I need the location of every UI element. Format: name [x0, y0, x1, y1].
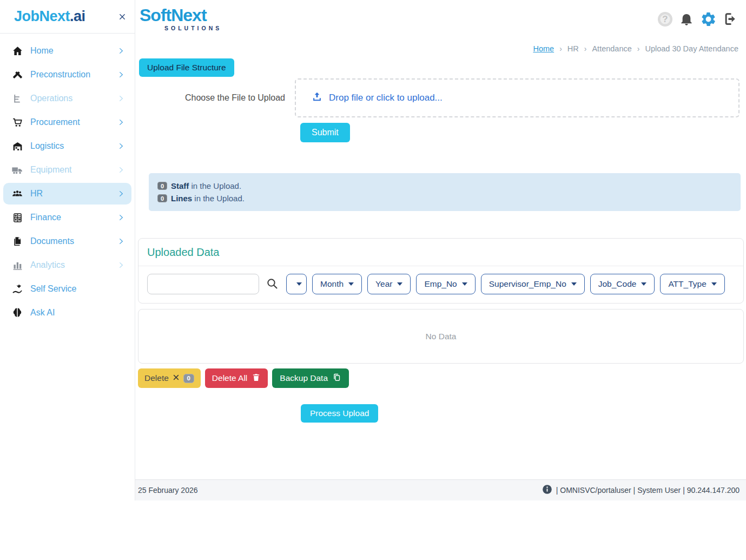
jobnext-logo-suffix: .ai: [70, 8, 85, 24]
chevron-right-icon: [117, 238, 125, 245]
jobnext-logo[interactable]: JobNext.ai: [14, 8, 85, 25]
sidebar-item-self-service[interactable]: Self Service: [3, 278, 131, 300]
chevron-right-icon: [117, 190, 125, 197]
sidebar-item-label: Preconstruction: [30, 70, 90, 80]
caret-down-icon: [462, 282, 467, 286]
logistics-icon: [11, 140, 24, 153]
self-service-icon: [11, 282, 24, 295]
sidebar-item-label: Analytics: [30, 260, 65, 270]
main-area: SoftNext SOLUTIONS ? Home: [135, 0, 746, 500]
submit-button[interactable]: Submit: [300, 123, 350, 142]
file-dropzone[interactable]: Drop file or click to upload...: [295, 78, 740, 117]
chevron-right-icon: [117, 95, 125, 102]
table-actions-row: Delete 0 Delete All Backup Data: [138, 368, 744, 388]
staff-count-text: in the Upload.: [189, 181, 241, 190]
footer: 25 February 2026 | OMNISVC/portaluser | …: [135, 479, 746, 500]
sidebar-item-equipment[interactable]: Equipment: [3, 159, 131, 181]
sidebar-item-operations[interactable]: Operations: [3, 88, 131, 109]
notifications-icon[interactable]: [678, 10, 695, 28]
upload-file-structure-button[interactable]: Upload File Structure: [139, 58, 234, 77]
filter-dropdown-emp-no[interactable]: Emp_No: [416, 274, 475, 294]
chevron-right-icon: [117, 261, 125, 269]
copy-icon: [332, 373, 341, 384]
caret-down-icon: [641, 282, 646, 286]
chevron-right-icon: [117, 71, 125, 78]
documents-icon: [11, 235, 24, 248]
caret-down-icon: [711, 282, 717, 286]
procurement-icon: [11, 116, 24, 129]
filter-dropdown-att-type[interactable]: ATT_Type: [660, 274, 724, 294]
help-icon[interactable]: ?: [656, 10, 674, 28]
settings-icon[interactable]: [699, 10, 717, 28]
breadcrumb-current-page: Upload 30 Day Attendance: [645, 44, 738, 53]
sidebar-header: JobNext.ai: [0, 0, 135, 34]
footer-session-text: | OMNISVC/portaluser | System User | 90.…: [556, 486, 740, 495]
sidebar-close-icon[interactable]: [118, 13, 126, 21]
file-upload-label: Choose the File to Upload: [138, 93, 295, 103]
filter-dropdown-month[interactable]: Month: [312, 274, 362, 294]
delete-button[interactable]: Delete 0: [138, 368, 201, 388]
breadcrumb-separator: ›: [584, 44, 587, 53]
search-button[interactable]: [266, 277, 279, 292]
upload-icon: [311, 91, 323, 105]
caret-down-icon: [296, 282, 302, 286]
equipment-icon: [11, 163, 24, 176]
sidebar-item-label: Equipment: [30, 165, 72, 175]
filter-dropdown-job-code[interactable]: Job_Code: [590, 274, 655, 294]
file-upload-row: Choose the File to Upload Drop file or c…: [138, 78, 744, 117]
sidebar-item-label: Logistics: [30, 141, 64, 151]
delete-count-badge: 0: [183, 374, 194, 383]
sidebar-item-documents[interactable]: Documents: [3, 230, 131, 252]
breadcrumb-home-link[interactable]: Home: [533, 44, 554, 53]
no-data-message: No Data: [426, 332, 457, 341]
delete-all-button[interactable]: Delete All: [205, 368, 268, 388]
breadcrumb-attendance: Attendance: [592, 44, 631, 53]
page-content: Home › HR › Attendance › Upload 30 Day A…: [135, 38, 746, 479]
breadcrumb: Home › HR › Attendance › Upload 30 Day A…: [138, 44, 744, 53]
sidebar-item-home[interactable]: Home: [3, 40, 131, 62]
filter-dropdown-blank[interactable]: [286, 274, 307, 294]
staff-count-badge: 0: [157, 182, 167, 190]
data-table-card: No Data: [138, 309, 744, 364]
sidebar-item-label: Self Service: [30, 284, 76, 294]
chevron-right-icon: [117, 47, 125, 55]
search-filter-row: Month Year Emp_No Supervisor_Emp_No Job_…: [147, 274, 735, 294]
jobnext-logo-brand: JobNext: [14, 8, 70, 24]
sidebar-item-label: Ask AI: [30, 308, 55, 318]
dropzone-text: Drop file or click to upload...: [329, 93, 443, 103]
logout-icon[interactable]: [721, 10, 738, 28]
search-input[interactable]: [147, 274, 259, 294]
operations-icon: [11, 92, 24, 105]
sidebar-item-procurement[interactable]: Procurement: [3, 111, 131, 133]
header-icons: ?: [656, 10, 738, 28]
app-window: JobNext.ai Home Preconstruction Operatio…: [0, 0, 746, 500]
sidebar-item-preconstruction[interactable]: Preconstruction: [3, 64, 131, 85]
upload-summary-alert: 0 Staff in the Upload. 0 Lines in the Up…: [149, 173, 741, 211]
sidebar-item-label: Home: [30, 46, 54, 56]
chevron-right-icon: [117, 142, 125, 150]
svg-text:?: ?: [662, 14, 668, 24]
filter-dropdown-supervisor-emp-no[interactable]: Supervisor_Emp_No: [481, 274, 585, 294]
sidebar-item-finance[interactable]: Finance: [3, 207, 131, 228]
lines-count-line: 0 Lines in the Upload.: [157, 192, 732, 205]
caret-down-icon: [397, 282, 402, 286]
home-icon: [11, 44, 24, 57]
softnext-logo[interactable]: SoftNext SOLUTIONS: [140, 6, 222, 31]
caret-down-icon: [571, 282, 577, 286]
backup-data-button[interactable]: Backup Data: [272, 368, 349, 388]
sidebar: JobNext.ai Home Preconstruction Operatio…: [0, 0, 135, 500]
softnext-logo-subtext: SOLUTIONS: [164, 25, 222, 31]
info-icon[interactable]: [542, 484, 552, 497]
sidebar-item-label: Procurement: [30, 117, 80, 127]
finance-icon: [11, 211, 24, 224]
uploaded-data-card: Uploaded Data Month Year Emp_No Supervis…: [138, 238, 744, 304]
sidebar-item-hr[interactable]: HR: [3, 183, 131, 205]
process-upload-button[interactable]: Process Upload: [301, 404, 378, 423]
sidebar-item-ask-ai[interactable]: Ask AI: [3, 302, 131, 324]
sidebar-item-label: Documents: [30, 236, 74, 246]
search-icon: [266, 277, 279, 292]
sidebar-item-logistics[interactable]: Logistics: [3, 135, 131, 157]
filter-dropdown-year[interactable]: Year: [367, 274, 411, 294]
lines-count-badge: 0: [157, 194, 167, 202]
sidebar-item-analytics[interactable]: Analytics: [3, 254, 131, 276]
